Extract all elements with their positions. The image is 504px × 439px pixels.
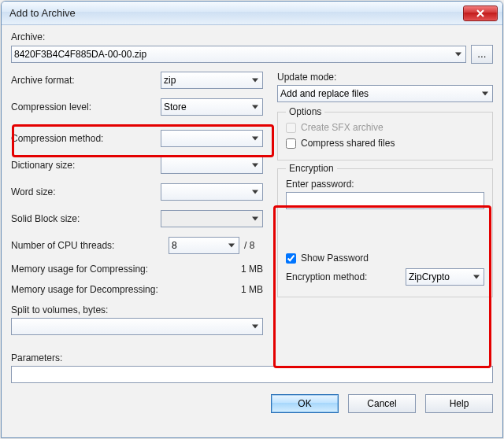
sfx-checkbox-row: Create SFX archive (286, 122, 484, 133)
cpu-threads-select[interactable] (169, 237, 239, 254)
help-button[interactable]: Help (425, 394, 493, 413)
compression-method-label: Compression method: (11, 133, 161, 144)
row-dictionary-size: Dictionary size: (11, 157, 263, 174)
row-solid-block: Solid Block size: (11, 210, 263, 227)
parameters-label: Parameters: (11, 352, 493, 363)
cpu-threads-label: Number of CPU threads: (11, 240, 169, 251)
dialog-window: Add to Archive Archive: ... Archive form… (1, 1, 503, 438)
shared-label: Compress shared files (301, 138, 395, 149)
sfx-checkbox (286, 123, 296, 133)
compression-level-select[interactable] (161, 98, 263, 116)
right-column: Update mode: Options Create SFX archive … (277, 72, 493, 345)
dictionary-size-label: Dictionary size: (11, 160, 161, 171)
options-title: Options (286, 106, 324, 117)
mem-decompress-value: 1 MB (241, 284, 263, 295)
archive-format-label: Archive format: (11, 75, 161, 86)
row-cpu-threads: Number of CPU threads: / 8 (11, 237, 263, 254)
encryption-method-select[interactable] (406, 268, 484, 286)
row-compression-method: Compression method: (11, 130, 263, 147)
cpu-threads-total: / 8 (244, 240, 263, 251)
encryption-method-label: Encryption method: (286, 271, 367, 282)
close-button[interactable] (463, 6, 498, 21)
compression-method-select[interactable] (161, 130, 263, 147)
encryption-method-row: Encryption method: (286, 268, 484, 286)
solid-block-label: Solid Block size: (11, 213, 161, 224)
word-size-select[interactable] (161, 183, 263, 201)
columns: Archive format: Compression level: Compr… (11, 72, 493, 345)
password-input[interactable] (286, 192, 484, 209)
mem-compress-label: Memory usage for Compressing: (11, 264, 148, 275)
row-mem-compress: Memory usage for Compressing: 1 MB (11, 264, 263, 275)
split-label: Split to volumes, bytes: (11, 304, 263, 315)
mem-compress-value: 1 MB (241, 264, 263, 275)
row-split (11, 318, 263, 335)
compression-level-label: Compression level: (11, 101, 161, 113)
shared-checkbox-row[interactable]: Compress shared files (286, 138, 484, 149)
ok-button[interactable]: OK (271, 394, 339, 413)
window-title: Add to Archive (6, 7, 76, 19)
show-password-label: Show Password (301, 253, 369, 264)
left-column: Archive format: Compression level: Compr… (11, 72, 263, 345)
browse-button[interactable]: ... (471, 45, 493, 64)
parameters-section: Parameters: (11, 352, 493, 383)
parameters-input[interactable] (11, 366, 493, 383)
archive-path-input[interactable] (11, 46, 466, 63)
row-format: Archive format: (11, 72, 263, 89)
update-mode-label: Update mode: (277, 72, 493, 83)
close-icon (476, 9, 484, 17)
archive-format-select[interactable] (161, 72, 263, 89)
enter-password-label: Enter password: (286, 179, 484, 190)
row-word-size: Word size: (11, 183, 263, 201)
options-group: Options Create SFX archive Compress shar… (277, 112, 493, 160)
update-mode-select[interactable] (277, 85, 493, 102)
show-password-row[interactable]: Show Password (286, 253, 484, 264)
encryption-title: Encryption (286, 163, 337, 174)
row-mem-decompress: Memory usage for Decompressing: 1 MB (11, 284, 263, 295)
split-volumes-select[interactable] (11, 318, 263, 335)
footer-buttons: OK Cancel Help (11, 394, 493, 413)
content-area: Archive: ... Archive format: Compression… (2, 25, 502, 437)
cancel-button[interactable]: Cancel (348, 394, 416, 413)
word-size-label: Word size: (11, 186, 161, 197)
mem-decompress-label: Memory usage for Decompressing: (11, 284, 158, 295)
shared-checkbox[interactable] (286, 138, 296, 149)
titlebar: Add to Archive (2, 2, 502, 25)
archive-label: Archive: (11, 31, 493, 42)
encryption-group: Encryption Enter password: Show Password… (277, 168, 493, 297)
dictionary-size-select[interactable] (161, 157, 263, 174)
show-password-checkbox[interactable] (286, 253, 296, 264)
archive-row: ... (11, 45, 493, 64)
row-compression-level: Compression level: (11, 98, 263, 116)
solid-block-select (161, 210, 263, 227)
sfx-label: Create SFX archive (301, 122, 384, 133)
